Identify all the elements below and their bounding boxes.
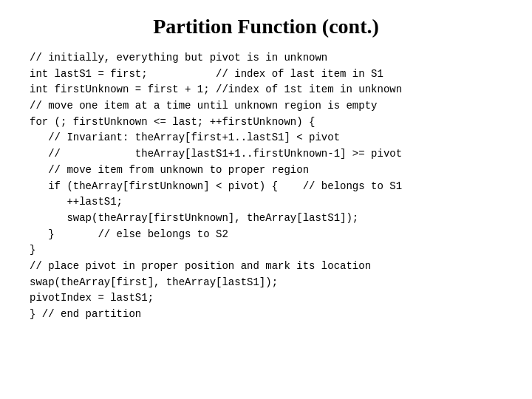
code-block: // initially, everything but pivot is in… bbox=[22, 50, 510, 323]
page-title: Partition Function (cont.) bbox=[153, 15, 379, 38]
